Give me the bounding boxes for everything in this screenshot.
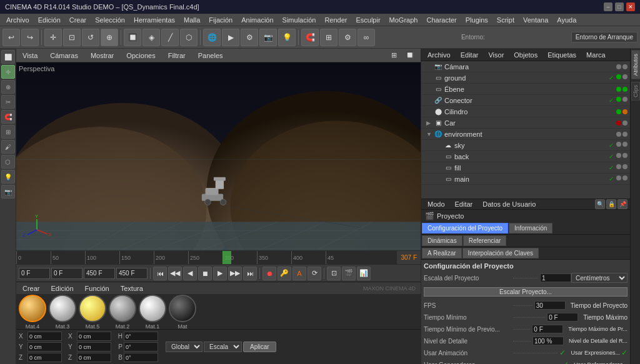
om-etiquetas[interactable]: Etiquetas — [544, 51, 580, 59]
vp-paneles[interactable]: Paneles — [194, 51, 227, 60]
tiempo-min-field[interactable] — [547, 313, 578, 322]
timeline-ruler[interactable]: 0 50 100 150 200 250 300 350 400 45 — [16, 251, 397, 264]
vp-camaras[interactable]: Cámaras — [46, 51, 82, 60]
om-dot-gray[interactable] — [622, 132, 628, 137]
prev-frame-button[interactable]: ◀◀ — [168, 267, 182, 280]
mat-textura[interactable]: Textura — [117, 284, 147, 293]
om-dot-red[interactable] — [616, 121, 621, 125]
maximize-button[interactable]: □ — [615, 2, 624, 11]
vtab-atributos[interactable]: Atributos — [631, 51, 640, 79]
om-check[interactable]: ✓ — [608, 175, 615, 183]
attr-tab-referenciar[interactable]: Referenciar — [463, 235, 507, 246]
edge-mode[interactable]: ╱ — [161, 29, 179, 46]
icon-move[interactable]: ✛ — [1, 65, 15, 79]
menu-esculpir[interactable]: Esculpir — [352, 15, 384, 25]
minimize-button[interactable]: – — [604, 2, 612, 11]
om-dot-gray[interactable] — [622, 121, 628, 125]
scale-dropdown[interactable]: Escala — [204, 342, 242, 352]
icon-select[interactable]: ⊕ — [1, 80, 15, 94]
component-mode[interactable]: ◈ — [142, 29, 160, 46]
attr-tab-arealizar[interactable]: A Realizar — [422, 248, 462, 258]
vp-mostrar[interactable]: Mostrar — [87, 51, 118, 60]
object-mode[interactable]: 🔲 — [124, 29, 141, 46]
expand-arrow[interactable]: ▼ — [426, 131, 434, 137]
material-item-Mat.2[interactable]: Mat.2 — [109, 295, 136, 329]
escalar-proyecto-btn[interactable]: Escalar Proyecto... — [424, 287, 628, 297]
apply-button[interactable]: Aplicar — [243, 342, 276, 352]
snap-time-btn[interactable]: ⊡ — [327, 267, 341, 280]
mat-crear[interactable]: Crear — [19, 284, 44, 293]
om-dot-gray[interactable] — [616, 175, 621, 180]
timeline[interactable]: 0 50 100 150 200 250 300 350 400 45 307 … — [16, 250, 421, 264]
menu-herramientas[interactable]: Herramientas — [130, 15, 179, 25]
expand-arrow[interactable]: ▶ — [426, 120, 434, 126]
icon-camera2[interactable]: 📷 — [1, 185, 15, 199]
attr-tab-interpolacion[interactable]: Interpolación de Claves — [462, 248, 539, 258]
escala-field[interactable] — [540, 273, 571, 282]
record-btn[interactable]: ⏺ — [262, 267, 276, 280]
fps-field[interactable] — [534, 301, 566, 310]
extra-btn[interactable]: ∞ — [358, 29, 375, 46]
om-item-sky[interactable]: ☁sky✓ — [421, 140, 630, 151]
y-field[interactable] — [28, 342, 62, 352]
om-dot-gray[interactable] — [616, 153, 621, 158]
om-dot-green[interactable] — [622, 87, 628, 92]
p-field[interactable] — [124, 342, 158, 352]
om-dot-gray[interactable] — [616, 132, 621, 137]
render-btn[interactable]: ▶ — [222, 29, 239, 46]
keyframe-btn[interactable]: 🔑 — [278, 267, 291, 280]
icon-axis[interactable]: ⊞ — [1, 125, 15, 139]
attr-tab-dinamicas[interactable]: Dinámicas — [422, 235, 462, 246]
icon-cube[interactable]: ⬜ — [1, 50, 15, 64]
om-dot-gray[interactable] — [622, 164, 628, 169]
mat-edicion[interactable]: Edición — [48, 284, 78, 293]
om-dot-gray[interactable] — [622, 153, 628, 158]
menu-mograph[interactable]: MoGraph — [386, 15, 422, 25]
menu-character[interactable]: Character — [422, 15, 460, 25]
hz-field[interactable] — [77, 353, 111, 362]
vp-opciones[interactable]: Opciones — [122, 51, 159, 60]
coord-dropdown[interactable]: Global Local — [166, 342, 202, 352]
x-field[interactable] — [28, 332, 62, 341]
om-item-main[interactable]: ▭main✓ — [421, 174, 630, 185]
next-frame-button[interactable]: ▶▶ — [228, 267, 242, 280]
render-settings[interactable]: ⚙ — [241, 29, 258, 46]
menu-ventana[interactable]: Ventana — [519, 15, 552, 25]
menu-fijacion[interactable]: Fijación — [205, 15, 236, 25]
attr-pin-btn[interactable]: 📌 — [618, 199, 628, 209]
icon-knife[interactable]: ✂ — [1, 95, 15, 109]
om-check[interactable]: ✓ — [608, 164, 615, 172]
vp-vista[interactable]: Vista — [19, 51, 41, 60]
om-item-fill[interactable]: ▭fill✓ — [421, 162, 630, 174]
menu-ayuda[interactable]: Ayuda — [553, 15, 580, 25]
menu-seleccion[interactable]: Selección — [91, 15, 129, 25]
vp-icon1[interactable]: ⊞ — [388, 51, 401, 60]
play-forward-button[interactable]: ▶ — [213, 267, 227, 280]
viewport[interactable]: Perspectiva — [16, 62, 421, 250]
om-item-environment[interactable]: ▼🌐environment — [421, 129, 630, 140]
select-tool[interactable]: ⊕ — [101, 29, 118, 46]
attr-tab-info[interactable]: Información — [509, 223, 552, 234]
om-editar[interactable]: Editar — [457, 51, 482, 59]
om-dot-gray[interactable] — [622, 74, 628, 79]
om-check[interactable]: ✓ — [608, 153, 615, 160]
render-preview[interactable]: 🌐 — [203, 29, 221, 46]
om-dot-green[interactable] — [616, 109, 621, 114]
stop-button[interactable]: ⏹ — [198, 267, 212, 280]
om-dot-gray[interactable] — [616, 142, 621, 147]
entorno-value[interactable]: Entorno de Arranque — [571, 32, 638, 42]
menu-plugins[interactable]: Plugins — [462, 15, 492, 25]
nivel-detalle-field[interactable] — [532, 337, 564, 345]
attr-search-btn[interactable]: 🔍 — [595, 199, 605, 209]
om-item-conector[interactable]: 🔗Conector✓ — [421, 95, 630, 106]
playhead-marker[interactable] — [222, 251, 231, 264]
om-dot-green[interactable] — [616, 97, 621, 102]
icon-poly[interactable]: ⬡ — [1, 155, 15, 169]
icon-magnet[interactable]: 🧲 — [1, 110, 15, 124]
attr-lock-btn[interactable]: 🔒 — [606, 199, 616, 209]
om-dot-green[interactable] — [616, 87, 621, 92]
om-item-back[interactable]: ▭back✓ — [421, 151, 630, 162]
snap-btn[interactable]: 🧲 — [301, 29, 319, 46]
usar-expr-check[interactable]: ✓ — [621, 348, 628, 357]
poly-mode[interactable]: ⬡ — [180, 29, 198, 46]
